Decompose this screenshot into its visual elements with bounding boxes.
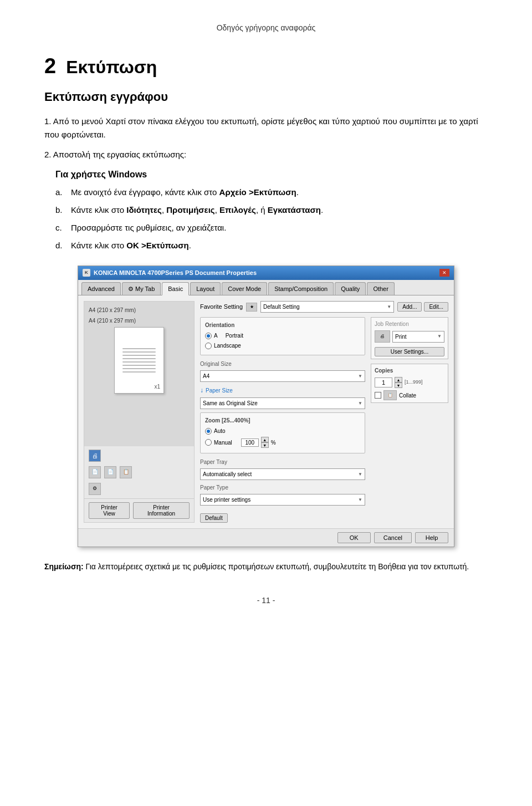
paper-preview-area: A4 (210 x 297 mm) A4 (210 x 297 mm) x1 [84,302,194,446]
chapter-title: 2 Εκτύπωση [44,50,488,82]
dialog-footer: OK Cancel Help [78,528,454,547]
tab-covermode[interactable]: Cover Mode [222,282,267,295]
zoom-auto-radio[interactable] [205,428,212,435]
portrait-text: Portrait [226,331,243,340]
tab-other[interactable]: Other [367,282,395,295]
zoom-manual-option[interactable]: Manual ▲ ▼ % [205,437,360,448]
tab-basic[interactable]: Basic [162,282,189,296]
note-body: Για λεπτομέρειες σχετικά με τις ρυθμίσει… [86,562,469,571]
tab-advanced[interactable]: Advanced [81,282,121,295]
substep-b-label: b. [55,203,66,217]
paper-type-section: Paper Type Use printer settings ▼ [200,483,365,506]
tab-advanced-label: Advanced [88,285,115,292]
add-button[interactable]: Add... [397,302,422,312]
landscape-option[interactable]: Landscape [205,341,360,350]
paper-line [122,355,156,356]
tab-mytab[interactable]: ⚙ My Tab [122,282,161,295]
landscape-radio[interactable] [205,343,212,349]
collate-label: Collate [399,391,416,400]
paper-line [122,371,156,373]
substep-b: b. Κάντε κλικ στο Ιδιότητες, Προτιμήσεις… [55,203,488,217]
ok-button[interactable]: OK [337,532,371,543]
cancel-button[interactable]: Cancel [374,532,412,543]
edit-button[interactable]: Edit... [424,302,448,312]
close-button[interactable]: ✕ [439,269,449,277]
page-num-label: x1 [154,382,160,391]
substep-a-label: a. [55,186,66,199]
tab-layout[interactable]: Layout [190,282,221,295]
left-panel-buttons: Printer View Printer Information [84,498,194,522]
job-retention-dropdown[interactable]: Print ▼ [392,331,444,343]
paper-line [122,361,156,363]
substep-a: a. Με ανοιχτό ένα έγγραφο, κάντε κλικ στ… [55,186,488,199]
printer-view-button[interactable]: Printer View [89,502,130,519]
settings-right: Job Retention 🖨 Print ▼ User Settings... [371,317,448,509]
copies-down-button[interactable]: ▼ [395,382,402,388]
page-number: - 11 - [257,596,275,605]
substep-c-text: Προσαρμόστε τις ρυθμίσεις, αν χρειάζεται… [71,221,226,234]
paper-size-arrow-icon: ↓ [200,385,203,395]
step-2-number: 2. [44,150,53,159]
help-button[interactable]: Help [415,532,448,543]
zoom-input-field[interactable] [241,438,259,447]
portrait-option[interactable]: A Portrait [205,331,360,340]
substep-d-text: Κάντε κλικ στο ΟΚ >Εκτύπωση. [71,239,191,252]
paper-size-value: Same as Original Size [203,399,258,407]
zoom-manual-label: Manual [214,438,232,447]
zoom-auto-label: Auto [214,427,226,435]
copies-input-field[interactable] [375,378,392,387]
settings-icon[interactable]: ⚙ [89,483,101,495]
copies-up-button[interactable]: ▲ [395,377,402,382]
tab-other-label: Other [373,285,388,292]
step-2-text: Αποστολή της εργασίας εκτύπωσης: [53,150,186,159]
original-size-dropdown[interactable]: A4 ▼ [200,370,365,382]
paper-type-arrow: ▼ [358,497,362,503]
paper-lines [120,343,158,378]
paper-size-dropdown[interactable]: Same as Original Size ▼ [200,397,365,409]
job-retention-icon: 🖨 [375,330,390,343]
zoom-unit: % [271,438,276,447]
orientation-label: Orientation [205,321,360,329]
dialog-left-panel: A4 (210 x 297 mm) A4 (210 x 297 mm) x1 [84,301,195,523]
favorite-setting-row: Favorite Setting ★ Default Setting ▼ Add… [200,301,448,313]
page-header: Οδηγός γρήγορης αναφοράς [44,22,488,34]
titlebar-left: K KONICA MINOLTA 4700PSeries PS Document… [83,268,257,278]
printer-icon[interactable]: 🖨 [89,450,101,462]
user-settings-button[interactable]: User Settings... [375,347,444,356]
default-button[interactable]: Default [200,513,228,523]
zoom-label: Zoom [25...400%] [205,416,360,425]
tab-quality[interactable]: Quality [335,282,366,295]
dialog-tabs: Advanced ⚙ My Tab Basic Layout Cover Mod… [78,280,454,296]
favorite-setting-dropdown[interactable]: Default Setting ▼ [260,301,394,313]
tab-stamp[interactable]: Stamp/Composition [268,282,334,295]
zoom-down-button[interactable]: ▼ [261,442,269,448]
paper-line [122,351,156,353]
zoom-manual-radio[interactable] [205,439,212,446]
paper-line [122,358,156,359]
copy-icon-2[interactable]: 📄 [104,466,116,478]
substep-d: d. Κάντε κλικ στο ΟΚ >Εκτύπωση. [55,239,488,252]
settings-row: Orientation A Portrait Landscape [200,317,448,509]
original-size-value: A4 [203,372,209,380]
paper-tray-section: Paper Tray Automatically select ▼ [200,458,365,480]
paper-size-label-2: A4 (210 x 297 mm) [89,317,190,325]
icon-row-2: 📄 📄 📋 [84,465,194,482]
step-1: 1. Από το μενού Χαρτί στον πίνακα ελέγχο… [44,115,488,141]
zoom-up-button[interactable]: ▲ [261,437,269,442]
substep-c-label: c. [55,221,66,234]
portrait-radio[interactable] [205,333,212,339]
paper-type-dropdown[interactable]: Use printer settings ▼ [200,494,365,506]
zoom-auto-option[interactable]: Auto [205,427,360,435]
original-size-arrow: ▼ [358,373,362,380]
note-bold: Σημείωση: [44,562,84,571]
paper-tray-dropdown[interactable]: Automatically select ▼ [200,468,365,480]
copy-icon-1[interactable]: 📄 [89,466,101,478]
dialog-titlebar: K KONICA MINOLTA 4700PSeries PS Document… [78,266,454,280]
collate-row: 📋 Collate [375,390,444,400]
printer-info-button[interactable]: Printer Information [133,502,190,519]
copy-icon-3[interactable]: 📋 [120,466,132,478]
paper-tray-label: Paper Tray [200,458,365,466]
page-footer: - 11 - [44,595,488,606]
collate-checkbox[interactable] [375,392,381,399]
tab-quality-label: Quality [341,285,360,292]
